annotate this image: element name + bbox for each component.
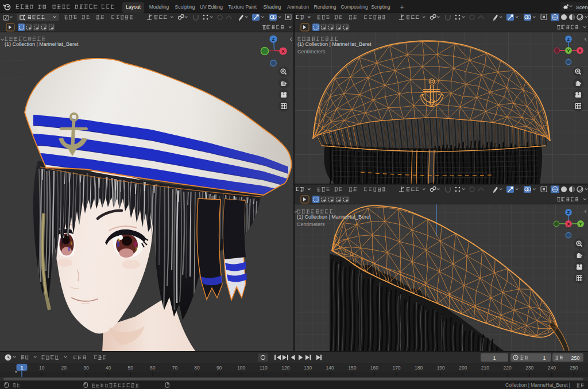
svg-text:150: 150 bbox=[348, 365, 356, 371]
svg-text:180: 180 bbox=[415, 365, 423, 371]
svg-text:50: 50 bbox=[127, 365, 133, 371]
svg-text:Z: Z bbox=[272, 37, 275, 42]
svg-text:+: + bbox=[400, 3, 404, 10]
svg-text:Shading: Shading bbox=[263, 4, 281, 10]
svg-text:20: 20 bbox=[61, 365, 67, 371]
svg-text:Animation: Animation bbox=[287, 4, 309, 10]
svg-text:Rendering: Rendering bbox=[314, 4, 336, 10]
svg-text:Centimeters: Centimeters bbox=[297, 221, 325, 227]
svg-text:Y: Y bbox=[579, 221, 582, 227]
svg-text:Y: Y bbox=[567, 48, 570, 53]
svg-text:140: 140 bbox=[326, 365, 334, 371]
svg-text:250: 250 bbox=[571, 355, 579, 361]
svg-text:Centimeters: Centimeters bbox=[297, 49, 326, 55]
svg-text:160: 160 bbox=[370, 365, 378, 371]
svg-text:120: 120 bbox=[281, 365, 289, 371]
svg-text:X: X bbox=[281, 49, 285, 54]
svg-text:210: 210 bbox=[481, 365, 489, 371]
svg-text:80: 80 bbox=[194, 365, 200, 371]
svg-text:Scene: Scene bbox=[576, 5, 588, 10]
svg-text:250: 250 bbox=[570, 365, 578, 371]
svg-text:110: 110 bbox=[260, 365, 268, 371]
svg-text:(1) Collection | MarineHat_Ber: (1) Collection | MarineHat_Beret bbox=[297, 41, 372, 47]
svg-text:Sculpting: Sculpting bbox=[175, 4, 195, 10]
svg-text:Compositing: Compositing bbox=[341, 4, 368, 10]
svg-text:10: 10 bbox=[39, 365, 45, 371]
svg-text:(1) Collection | MarineHat_Ber: (1) Collection | MarineHat_Beret bbox=[297, 214, 371, 220]
svg-text:70: 70 bbox=[172, 365, 178, 371]
svg-text:1: 1 bbox=[543, 355, 546, 361]
svg-text:Z: Z bbox=[567, 210, 570, 215]
svg-text:X: X bbox=[567, 221, 570, 227]
svg-text:90: 90 bbox=[216, 365, 222, 371]
svg-text:100: 100 bbox=[237, 365, 245, 371]
svg-text:170: 170 bbox=[392, 365, 400, 371]
svg-text:Texture Paint: Texture Paint bbox=[228, 4, 257, 10]
svg-text:190: 190 bbox=[437, 365, 445, 371]
svg-text:1: 1 bbox=[20, 365, 23, 371]
svg-text:200: 200 bbox=[459, 365, 467, 371]
svg-text:Layout: Layout bbox=[126, 4, 141, 10]
svg-text:30: 30 bbox=[83, 365, 89, 371]
svg-text:230: 230 bbox=[525, 365, 533, 371]
svg-text:Scripting: Scripting bbox=[371, 4, 390, 10]
svg-text:220: 220 bbox=[503, 365, 511, 371]
svg-text:240: 240 bbox=[548, 365, 556, 371]
svg-text:40: 40 bbox=[106, 365, 111, 371]
svg-text:Modeling: Modeling bbox=[149, 4, 169, 10]
svg-text:60: 60 bbox=[150, 365, 156, 371]
svg-text:Z: Z bbox=[567, 37, 570, 42]
svg-text:(1) Collection | MarineHat_Ber: (1) Collection | MarineHat_Beret bbox=[5, 41, 79, 47]
svg-text:X: X bbox=[578, 48, 582, 53]
svg-text:130: 130 bbox=[304, 365, 312, 371]
svg-text:UV Editing: UV Editing bbox=[200, 4, 223, 10]
svg-text:1: 1 bbox=[493, 355, 496, 361]
svg-text:Collection | MarineHat_Beret |: Collection | MarineHat_Beret | bbox=[505, 382, 570, 388]
